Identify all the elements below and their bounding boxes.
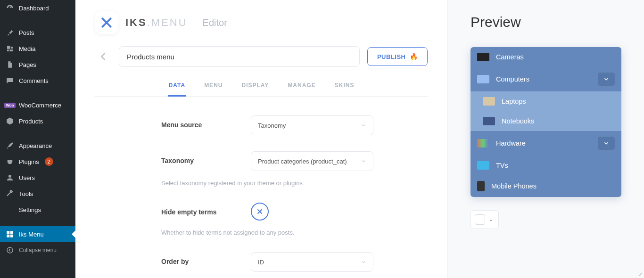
app-header: IKS.MENU Editor [95,11,428,34]
preview-item-computers[interactable]: Computers [471,67,621,91]
expand-toggle[interactable] [598,73,615,86]
collapse-icon [6,246,14,254]
sidebar-item-label: WooCommerce [19,102,61,109]
preview-item-cameras[interactable]: Cameras [471,47,621,67]
sidebar-item-label: Posts [19,29,34,36]
publish-label: PUBLISH [377,53,406,60]
back-button[interactable] [95,49,111,65]
pin-icon [6,28,14,37]
sidebar-item-settings[interactable]: Settings [0,202,75,218]
thumbnail-icon [483,117,495,125]
field-order-by: Order by ID [161,252,428,272]
sidebar-item-label: Appearance [19,142,52,149]
sidebar-item-posts[interactable]: Posts [0,25,75,41]
publish-button[interactable]: PUBLISH 🔥 [367,47,428,66]
sidebar-item-label: Dashboard [19,5,49,12]
media-icon [6,44,14,53]
preview-footer-text: - [490,216,492,223]
menu-source-select[interactable]: Taxonomy [251,115,373,135]
thumbnail-icon [483,97,495,106]
tab-data[interactable]: DATA [168,77,187,97]
sidebar-item-plugins[interactable]: Plugins 2 [0,154,75,170]
plugins-update-badge: 2 [45,157,53,166]
order-by-select[interactable]: ID [251,252,373,272]
comment-icon [6,76,14,85]
checkbox[interactable] [475,214,485,225]
preview-item-tvs[interactable]: TVs [471,155,621,175]
field-menu-source: Menu source Taxonomy [161,115,428,135]
sidebar-item-label: Users [19,174,35,181]
woocommerce-icon: Woo [6,101,14,109]
preview-title: Preview [471,14,621,30]
title-row: PUBLISH 🔥 [95,46,428,67]
preview-item-label: Mobile Phones [491,182,537,190]
thumbnail-icon [477,139,489,147]
field-help: Select taxonomy registered in your theme… [161,180,428,187]
field-label: Order by [161,252,241,265]
sidebar-item-appearance[interactable]: Appearance [0,138,75,154]
sidebar-item-label: Tools [19,190,33,197]
tab-skins[interactable]: SKINS [334,77,355,97]
preview-footer-control[interactable]: - [471,210,499,229]
field-label: Hide empty terms [161,203,241,216]
plug-icon [6,157,14,166]
tab-display[interactable]: DISPLAY [240,77,270,97]
preview-item-notebooks[interactable]: Notebooks [471,111,621,131]
resize-handle-icon [637,271,643,277]
preview-item-label: Laptops [502,98,526,105]
field-taxonomy: Taxonomy Product categories (product_cat… [161,151,428,187]
preview-menu: Cameras Computers Laptops Notebooks Hard… [471,47,621,197]
preview-item-label: Cameras [496,53,524,61]
hide-empty-toggle[interactable] [251,203,269,221]
gauge-icon [6,4,14,12]
taxonomy-select[interactable]: Product categories (product_cat) [251,151,373,171]
sidebar-item-media[interactable]: Media [0,41,75,57]
sidebar-item-woocommerce[interactable]: Woo WooCommerce [0,97,75,113]
thumbnail-icon [477,53,489,61]
sidebar-item-label: Settings [19,206,41,213]
tabs-bar: DATA MENU DISPLAY MANAGE SKINS [95,77,428,97]
chevron-down-icon [361,158,366,164]
pages-icon [6,60,14,69]
preview-item-label: Notebooks [502,117,534,125]
app-subtitle: Editor [203,17,227,28]
sidebar-item-iks-menu[interactable]: Iks Menu [0,226,75,242]
preview-item-laptops[interactable]: Laptops [471,91,621,111]
preview-item-label: Computers [496,75,529,83]
sidebar-item-label: Products [19,118,43,125]
wp-admin-sidebar: Dashboard Posts Media Pages Comments Woo… [0,0,75,278]
preview-column: Preview Cameras Computers Laptops Notebo… [448,0,644,278]
sidebar-item-pages[interactable]: Pages [0,57,75,73]
sidebar-collapse[interactable]: Collapse menu [0,242,75,258]
sidebar-item-label: Media [19,45,35,52]
sidebar-item-label: Comments [19,77,49,84]
preview-item-mobile-phones[interactable]: Mobile Phones [471,175,621,197]
wrench-icon [6,189,14,198]
thumbnail-icon [477,75,489,83]
app-logo [95,11,118,34]
sidebar-item-dashboard[interactable]: Dashboard [0,0,75,16]
sidebar-item-tools[interactable]: Tools [0,186,75,202]
sidebar-item-label: Iks Menu [19,231,44,238]
sidebar-item-products[interactable]: Products [0,113,75,129]
grid-icon [6,230,14,238]
form-area: Menu source Taxonomy Taxonomy Product ca… [95,97,428,272]
fire-icon: 🔥 [410,53,418,60]
chevron-down-icon [361,259,366,265]
sidebar-item-label: Plugins [19,158,39,165]
tab-menu[interactable]: MENU [203,77,223,97]
field-label: Taxonomy [161,151,241,164]
select-value: ID [258,259,264,266]
field-label: Menu source [161,115,241,129]
chevron-down-icon [361,123,366,128]
sidebar-item-comments[interactable]: Comments [0,73,75,89]
expand-toggle[interactable] [598,137,615,150]
field-hide-empty: Hide empty terms Whether to hide terms n… [161,203,428,236]
app-name: IKS.MENU [125,16,188,29]
menu-title-input[interactable] [119,46,360,67]
main-content: IKS.MENU Editor PUBLISH 🔥 DATA MENU DISP… [75,0,644,278]
tab-manage[interactable]: MANAGE [287,77,316,97]
package-icon [6,117,14,125]
sidebar-item-users[interactable]: Users [0,170,75,186]
preview-item-hardware[interactable]: Hardware [471,131,621,155]
